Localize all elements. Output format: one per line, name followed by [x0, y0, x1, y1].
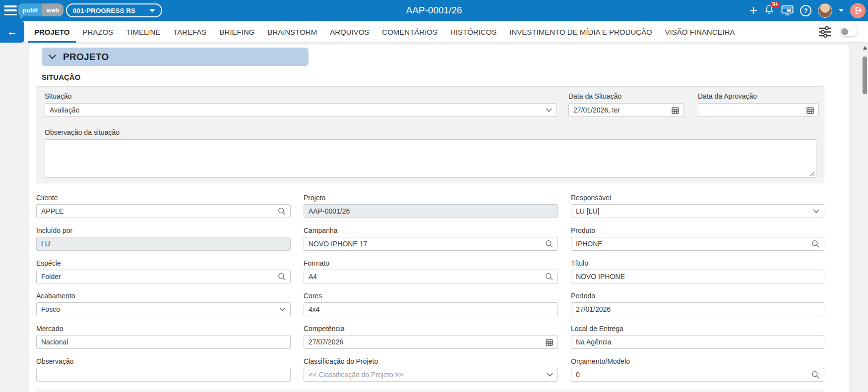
tabs: PROJETO PRAZOS TIMELINE TAREFAS BRIEFING…	[28, 21, 741, 43]
toggle-knob	[841, 28, 848, 35]
mercado-input[interactable]: Nacional	[36, 335, 291, 349]
arrow-left-icon: ←	[7, 25, 18, 38]
field-formato: Formato A4	[304, 259, 558, 283]
content-card: PROJETO SITUAÇÃO Situação Avaliação Data…	[29, 45, 849, 392]
field-titulo: Título NOVO IPHONE	[571, 259, 824, 283]
tab-projeto[interactable]: PROJETO	[28, 21, 76, 43]
tab-historicos[interactable]: HISTÓRICOS	[444, 21, 503, 43]
data-situacao-label: Data da Situação	[568, 92, 621, 100]
page-title: AAP-0001/26	[0, 0, 868, 21]
situacao-panel: Situação Avaliação Data da Situação 27/0…	[36, 86, 824, 183]
orcamento-modelo-input[interactable]: 0	[571, 368, 824, 382]
observacao-situacao-label: Observação da situação	[45, 128, 120, 136]
section-header-projeto[interactable]: PROJETO	[42, 48, 309, 66]
data-situacao-input[interactable]: 27/01/2026, ter	[568, 103, 684, 117]
classificacao-select[interactable]: << Classificação do Projeto >>	[304, 368, 558, 382]
field-observacao: Observação	[36, 357, 291, 382]
responsavel-select[interactable]: LU [LU]	[571, 204, 824, 218]
data-aprovacao-label: Data da Aprovação	[698, 92, 757, 100]
tab-arquivos[interactable]: ARQUIVOS	[323, 21, 375, 43]
calendar-icon[interactable]	[672, 107, 679, 114]
subsection-title: SITUAÇÃO	[42, 73, 80, 81]
notifications-button[interactable]: 9+	[764, 4, 775, 17]
logout-button[interactable]	[850, 3, 866, 18]
avatar[interactable]	[818, 3, 832, 18]
chevron-down-icon	[546, 108, 552, 112]
produto-input[interactable]: IPHONE	[571, 237, 824, 251]
chevron-down-icon	[49, 55, 56, 59]
search-icon[interactable]	[545, 273, 553, 280]
vertical-scrollbar[interactable]	[862, 43, 868, 392]
situacao-label: Situação	[45, 92, 71, 100]
tab-briefing[interactable]: BRIEFING	[213, 21, 261, 43]
field-produto: Produto IPHONE	[571, 226, 824, 251]
field-periodo: Período 27/01/2026	[571, 292, 824, 316]
observacao-situacao-textarea[interactable]	[45, 139, 816, 178]
search-icon[interactable]	[811, 240, 819, 248]
calendar-icon[interactable]	[546, 338, 553, 346]
tab-bar: ← PROJETO PRAZOS TIMELINE TAREFAS BRIEFI…	[0, 21, 868, 43]
campanha-input[interactable]: NOVO IPHONE 17	[304, 237, 558, 251]
local-entrega-input[interactable]: Na Agência	[571, 335, 824, 349]
tab-brainstorm[interactable]: BRAINSTORM	[261, 21, 323, 43]
field-incluido-por: Incluído por LU	[36, 226, 291, 251]
field-campanha: Campanha NOVO IPHONE 17	[304, 226, 558, 251]
chevron-down-icon	[813, 209, 819, 214]
titulo-input[interactable]: NOVO IPHONE	[571, 270, 824, 283]
chevron-down-icon	[547, 373, 553, 377]
periodo-input[interactable]: 27/01/2026	[571, 302, 824, 316]
tab-visao-financeira[interactable]: VISÃO FINANCEIRA	[659, 21, 742, 43]
back-button[interactable]: ←	[0, 21, 24, 43]
search-icon[interactable]	[278, 207, 286, 215]
field-cores: Cores 4x4	[304, 292, 558, 316]
field-responsavel: Responsável LU [LU]	[571, 194, 824, 218]
projeto-input-disabled: AAP-0001/26	[304, 204, 558, 218]
tab-tarefas[interactable]: TAREFAS	[167, 21, 213, 43]
section-title: PROJETO	[63, 52, 109, 62]
chevron-down-icon[interactable]	[839, 9, 844, 12]
next-section-edge	[36, 389, 824, 392]
field-projeto: Projeto AAP-0001/26	[304, 194, 558, 218]
top-app-bar: publi web 001-PROGRESS RS AAP-0001/26 + …	[0, 0, 868, 21]
topbar-actions: + 9+ ?	[749, 0, 866, 21]
field-competencia: Competência 27/07/2026	[304, 325, 558, 349]
chevron-down-icon	[279, 307, 286, 312]
field-classificacao: Classificação do Projeto << Classificaçã…	[304, 357, 558, 382]
data-aprovacao-input[interactable]	[698, 103, 819, 117]
search-icon[interactable]	[278, 273, 286, 280]
calendar-icon[interactable]	[806, 107, 814, 114]
formato-input[interactable]: A4	[304, 270, 558, 283]
tab-comentarios[interactable]: COMENTÁRIOS	[375, 21, 444, 43]
notification-badge: 9+	[770, 1, 780, 8]
especie-input[interactable]: Folder	[36, 270, 291, 283]
filters-icon[interactable]	[818, 26, 832, 38]
competencia-input[interactable]: 27/07/2026	[304, 335, 558, 349]
scrollbar-thumb[interactable]	[863, 56, 867, 94]
field-acabamento: Acabamento Fosco	[36, 292, 291, 316]
cores-input[interactable]: 4x4	[304, 302, 558, 316]
field-mercado: Mercado Nacional	[36, 325, 291, 349]
search-icon[interactable]	[811, 371, 819, 379]
field-especie: Espécie Folder	[36, 259, 291, 283]
help-button[interactable]: ?	[800, 5, 811, 16]
project-form: Cliente APPLE Projeto AAP-0001/26 Respon…	[36, 194, 825, 382]
monitor-icon	[781, 5, 794, 16]
question-icon: ?	[804, 7, 808, 14]
view-toggle[interactable]	[840, 27, 858, 37]
incluido-por-input-disabled: LU	[36, 237, 291, 251]
field-cliente: Cliente APPLE	[36, 194, 291, 218]
screen-share-button[interactable]	[781, 5, 794, 16]
add-icon[interactable]: +	[749, 3, 757, 17]
tab-timeline[interactable]: TIMELINE	[120, 21, 167, 43]
tab-investimento[interactable]: INVESTIMENTO DE MÍDIA E PRODUÇÃO	[503, 21, 658, 43]
resize-handle[interactable]	[809, 171, 814, 176]
cliente-input[interactable]: APPLE	[36, 204, 291, 218]
situacao-select[interactable]: Avaliação	[45, 103, 557, 117]
tab-prazos[interactable]: PRAZOS	[76, 21, 120, 43]
field-local-entrega: Local de Entrega Na Agência	[571, 325, 824, 349]
field-orcamento-modelo: Orçamento/Modelo 0	[571, 357, 824, 382]
acabamento-select[interactable]: Fosco	[36, 302, 291, 316]
scroll-up-arrow-icon[interactable]	[863, 46, 867, 50]
search-icon[interactable]	[545, 240, 553, 248]
observacao-input[interactable]	[36, 368, 291, 382]
